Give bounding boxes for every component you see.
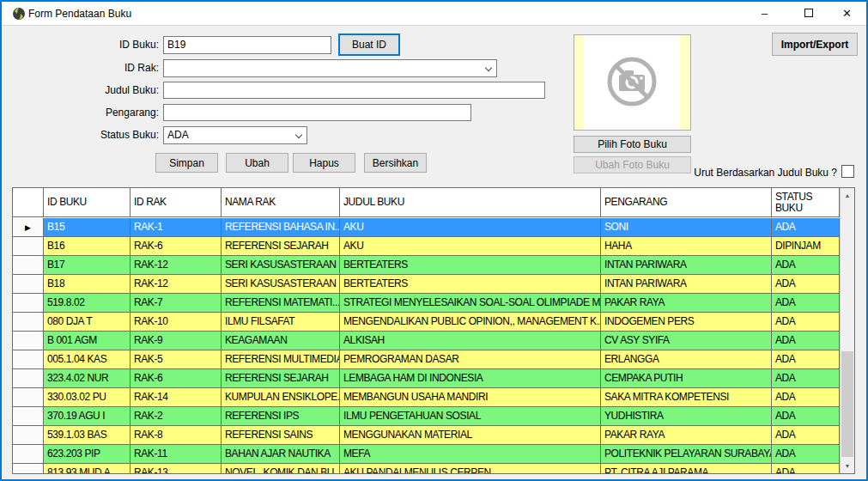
table-cell-id_rak[interactable]: RAK-1 xyxy=(131,218,222,237)
table-cell-status_buku[interactable]: ADA xyxy=(772,407,840,426)
row-header-cell[interactable] xyxy=(13,237,44,256)
id-buku-input[interactable]: B19 xyxy=(163,36,331,54)
table-cell-id_buku[interactable]: 330.03.02 PU xyxy=(44,388,131,407)
pengarang-input[interactable] xyxy=(163,104,471,121)
ubah-button[interactable]: Ubah xyxy=(226,153,288,173)
buat-id-button[interactable]: Buat ID xyxy=(338,33,400,56)
minimize-button[interactable]: – xyxy=(745,2,784,26)
table-cell-pengarang[interactable]: HAHA xyxy=(601,237,772,256)
row-header-cell[interactable] xyxy=(13,313,44,332)
table-cell-id_buku[interactable]: 323.4.02 NUR xyxy=(44,369,131,388)
simpan-button[interactable]: Simpan xyxy=(155,153,218,173)
table-cell-pengarang[interactable]: PAKAR RAYA xyxy=(601,294,772,313)
table-cell-id_rak[interactable]: RAK-6 xyxy=(131,369,222,388)
table-cell-status_buku[interactable]: ADA xyxy=(772,332,840,350)
table-cell-id_buku[interactable]: 813.93 MUD A xyxy=(44,464,131,474)
table-cell-nama_rak[interactable]: REFERENSI MATEMATI... xyxy=(222,294,340,313)
scrollbar-thumb[interactable] xyxy=(841,351,853,457)
bersihkan-button[interactable]: Bersihkan xyxy=(364,153,427,173)
table-row[interactable]: 330.03.02 PURAK-14KUMPULAN ENSIKLOPE...M… xyxy=(13,388,840,407)
maximize-button[interactable] xyxy=(789,2,828,26)
table-cell-status_buku[interactable]: ADA xyxy=(772,445,840,464)
table-row[interactable]: 813.93 MUD ARAK-13NOVEL, KOMIK DAN BU...… xyxy=(13,464,840,474)
table-cell-id_rak[interactable]: RAK-5 xyxy=(131,350,222,369)
row-header-cell[interactable] xyxy=(13,388,44,407)
table-row[interactable]: 539.1.03 BASRAK-8REFERENSI SAINSMENGGUNA… xyxy=(13,426,840,445)
table-cell-judul_buku[interactable]: BERTEATERS xyxy=(340,256,601,275)
table-cell-pengarang[interactable]: SONI xyxy=(601,218,772,237)
table-cell-status_buku[interactable]: ADA xyxy=(772,369,840,388)
table-cell-pengarang[interactable]: INTAN PARIWARA xyxy=(601,275,772,294)
table-cell-pengarang[interactable]: PT. CITRA AJI PARAMA xyxy=(601,464,772,474)
hapus-button[interactable]: Hapus xyxy=(293,153,355,173)
table-cell-judul_buku[interactable]: LEMBAGA HAM DI INDONESIA xyxy=(340,369,601,388)
table-cell-id_rak[interactable]: RAK-13 xyxy=(131,464,222,474)
table-cell-nama_rak[interactable]: REFERENSI MULTIMEDIA xyxy=(222,350,340,369)
table-cell-nama_rak[interactable]: SERI KASUSASTERAAN xyxy=(222,256,340,275)
judul-buku-input[interactable] xyxy=(163,82,545,99)
id-rak-select[interactable] xyxy=(163,59,497,77)
table-row[interactable]: 623.203 PIPRAK-11BAHAN AJAR NAUTIKAMEFAP… xyxy=(13,445,840,464)
status-buku-select[interactable]: ADA xyxy=(163,126,307,144)
table-row[interactable]: 080 DJA TRAK-10ILMU FILSAFATMENGENDALIKA… xyxy=(13,313,840,332)
table-cell-nama_rak[interactable]: KEAGAMAAN xyxy=(222,332,340,350)
table-cell-id_rak[interactable]: RAK-12 xyxy=(131,256,222,275)
table-cell-id_rak[interactable]: RAK-11 xyxy=(131,445,222,464)
table-cell-status_buku[interactable]: ADA xyxy=(772,350,840,369)
table-cell-judul_buku[interactable]: MEFA xyxy=(340,445,601,464)
table-cell-judul_buku[interactable]: ILMU PENGETAHUAN SOSIAL xyxy=(340,407,601,426)
table-cell-nama_rak[interactable]: NOVEL, KOMIK DAN BU... xyxy=(222,464,340,474)
column-header-pengarang[interactable]: PENGARANG xyxy=(601,188,772,217)
table-cell-nama_rak[interactable]: REFERENSI SEJARAH xyxy=(222,237,340,256)
table-cell-nama_rak[interactable]: SERI KASUSASTERAAN xyxy=(222,275,340,294)
table-cell-id_rak[interactable]: RAK-10 xyxy=(131,313,222,332)
table-cell-id_rak[interactable]: RAK-2 xyxy=(131,407,222,426)
table-cell-id_buku[interactable]: 623.203 PIP xyxy=(44,445,131,464)
table-cell-id_rak[interactable]: RAK-12 xyxy=(131,275,222,294)
table-row[interactable]: B16RAK-6REFERENSI SEJARAHAKUHAHADIPINJAM xyxy=(13,237,840,256)
table-cell-pengarang[interactable]: SAKA MITRA KOMPETENSI xyxy=(601,388,772,407)
table-cell-id_buku[interactable]: 080 DJA T xyxy=(44,313,131,332)
vertical-scrollbar[interactable]: ▲ ▼ xyxy=(840,188,854,473)
table-cell-id_buku[interactable]: 005.1.04 KAS xyxy=(44,350,131,369)
close-button[interactable]: ✕ xyxy=(828,2,866,26)
pilih-foto-buku-button[interactable]: Pilih Foto Buku xyxy=(574,136,691,153)
chevron-down-icon[interactable] xyxy=(295,131,302,138)
column-header-id_rak[interactable]: ID RAK xyxy=(131,188,222,217)
table-row[interactable]: B 001 AGMRAK-9KEAGAMAANALKISAHCV ASY SYI… xyxy=(13,332,840,350)
table-cell-id_buku[interactable]: B16 xyxy=(44,237,131,256)
table-cell-judul_buku[interactable]: PEMROGRAMAN DASAR xyxy=(340,350,601,369)
table-cell-pengarang[interactable]: ERLANGGA xyxy=(601,350,772,369)
table-cell-pengarang[interactable]: INDOGEMEN PERS xyxy=(601,313,772,332)
row-header-cell[interactable] xyxy=(13,369,44,388)
table-cell-id_buku[interactable]: B17 xyxy=(44,256,131,275)
table-cell-status_buku[interactable]: ADA xyxy=(772,313,840,332)
column-header-id_buku[interactable]: ID BUKU xyxy=(44,188,131,217)
table-cell-id_rak[interactable]: RAK-7 xyxy=(131,294,222,313)
table-cell-nama_rak[interactable]: REFERENSI IPS xyxy=(222,407,340,426)
table-cell-nama_rak[interactable]: ILMU FILSAFAT xyxy=(222,313,340,332)
row-header-cell[interactable] xyxy=(13,464,44,474)
table-cell-pengarang[interactable]: POLITEKNIK PELAYARAN SURABAYA xyxy=(601,445,772,464)
table-cell-nama_rak[interactable]: REFERENSI SAINS xyxy=(222,426,340,445)
scroll-down-icon[interactable]: ▼ xyxy=(841,459,854,473)
table-cell-judul_buku[interactable]: MEMBANGUN USAHA MANDIRI xyxy=(340,388,601,407)
table-cell-judul_buku[interactable]: AKU xyxy=(340,237,601,256)
table-cell-status_buku[interactable]: ADA xyxy=(772,275,840,294)
table-cell-nama_rak[interactable]: REFERENSI SEJARAH xyxy=(222,369,340,388)
table-row[interactable]: 519.8.02RAK-7REFERENSI MATEMATI...STRATE… xyxy=(13,294,840,313)
table-cell-status_buku[interactable]: ADA xyxy=(772,218,840,237)
row-header-cell[interactable] xyxy=(13,350,44,369)
table-row[interactable]: ▶B15RAK-1REFERENSI BAHASA IN...AKUSONIAD… xyxy=(13,218,840,237)
table-cell-id_buku[interactable]: B15 xyxy=(44,218,131,237)
table-cell-nama_rak[interactable]: BAHAN AJAR NAUTIKA xyxy=(222,445,340,464)
row-header-cell[interactable] xyxy=(13,445,44,464)
table-cell-status_buku[interactable]: DIPINJAM xyxy=(772,237,840,256)
table-cell-judul_buku[interactable]: MENGENDALIKAN PUBLIC OPINION,, MANAGEMEN… xyxy=(340,313,601,332)
table-cell-id_rak[interactable]: RAK-6 xyxy=(131,237,222,256)
row-header-cell[interactable] xyxy=(13,407,44,426)
table-cell-nama_rak[interactable]: KUMPULAN ENSIKLOPE... xyxy=(222,388,340,407)
sort-checkbox[interactable] xyxy=(841,165,854,178)
table-cell-pengarang[interactable]: CEMPAKA PUTIH xyxy=(601,369,772,388)
table-cell-pengarang[interactable]: INTAN PARIWARA xyxy=(601,256,772,275)
